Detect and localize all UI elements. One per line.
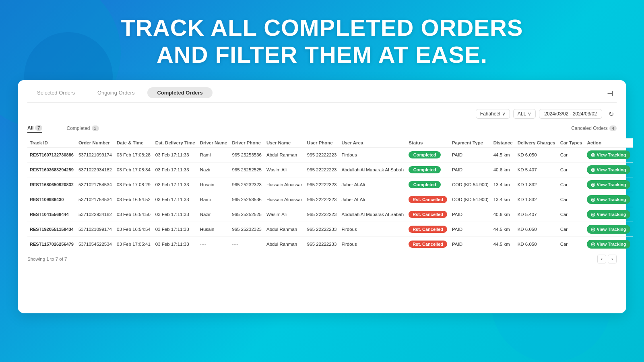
cell-track-id: REST1607132730886 (27, 148, 76, 162)
cell-action: ◎ View Tracking (584, 192, 632, 207)
view-tracking-button[interactable]: ◎ View Tracking (587, 165, 630, 174)
cell-user-phone: 965 22222233 (305, 222, 339, 237)
hero-line1: TRACK ALL COMPLETED ORDERS (121, 14, 523, 41)
cell-delivery-charges: KD 6.050 (515, 222, 558, 237)
cell-status: Completed (406, 148, 450, 162)
cell-car-types: Car (558, 192, 585, 207)
cell-user-name: Wasim Ali (264, 207, 305, 222)
cell-driver-phone: ---- (229, 237, 264, 252)
cell-user-phone: 965 22222323 (305, 192, 339, 207)
cell-user-area: Abdullah Al Mubarak Al Sabah (339, 162, 406, 177)
prev-page-button[interactable]: ‹ (597, 255, 606, 263)
cell-order-number: 5371021754534 (76, 192, 114, 207)
cell-date-time: 03 Feb 17:08:28 (114, 148, 153, 162)
cell-status: Rst. Cancelled (406, 207, 450, 222)
cell-action: ◎ View Tracking (584, 207, 632, 222)
cell-payment-type: PAID (450, 148, 491, 162)
col-action: Action (584, 138, 632, 148)
cell-date-time: 03 Feb 17:05:41 (114, 237, 153, 252)
tab-completed-orders[interactable]: Completed Orders (147, 87, 212, 98)
date-range-filter[interactable]: 2024/03/02 - 2024/03/02 (539, 109, 602, 119)
pagination: ‹ › (597, 255, 617, 263)
sub-tab-canceled[interactable]: Canceled Orders 4 (571, 124, 617, 133)
cell-distance: 13.4 km (491, 177, 515, 192)
col-status: Status (406, 138, 450, 148)
table-row: REST1603683294259 5371022934182 03 Feb 1… (27, 162, 633, 177)
cell-driver-phone: 965 25253536 (229, 148, 264, 162)
cell-driver-name: Rami (198, 148, 230, 162)
cell-status: Rst. Cancelled (406, 222, 450, 237)
eye-icon: ◎ (591, 167, 595, 173)
cell-user-phone: 965 22222233 (305, 237, 339, 252)
sub-tab-completed-label: Completed (66, 125, 90, 131)
cell-track-id: REST1603683294259 (27, 162, 76, 177)
cell-order-number: 5371022934182 (76, 162, 114, 177)
cell-user-name: Abdul Rahman (264, 237, 305, 252)
area-filter-label: Fahaheel (480, 111, 500, 117)
tab-ongoing-orders[interactable]: Ongoing Orders (88, 87, 144, 98)
cell-order-number: 5371022934182 (76, 207, 114, 222)
type-chevron-icon: ∨ (528, 111, 531, 117)
view-tracking-button[interactable]: ◎ View Tracking (587, 225, 630, 234)
view-tracking-label: View Tracking (597, 242, 626, 247)
cell-user-area: Jaber Al-Ali (339, 177, 406, 192)
view-tracking-label: View Tracking (597, 167, 626, 172)
cell-order-number: 5371021099174 (76, 222, 114, 237)
cell-order-number: 5371054522534 (76, 237, 114, 252)
type-filter-label: ALL (518, 111, 526, 117)
col-user-area: User Area (339, 138, 406, 148)
cell-status: Rst. Cancelled (406, 192, 450, 207)
cell-status: Rst. Cancelled (406, 237, 450, 252)
cell-user-phone: 965 22222223 (305, 148, 339, 162)
cell-date-time: 03 Feb 16:54:54 (114, 222, 153, 237)
view-tracking-button[interactable]: ◎ View Tracking (587, 195, 630, 204)
cell-user-name: Abdul Rahman (264, 222, 305, 237)
eye-icon: ◎ (591, 197, 595, 202)
logout-icon[interactable]: ⊣ (604, 87, 617, 100)
view-tracking-button[interactable]: ◎ View Tracking (587, 240, 630, 249)
table-footer: Showing 1 to 7 of 7 ‹ › (27, 255, 617, 263)
cell-order-number: 5371021754534 (76, 177, 114, 192)
cell-est-delivery: 03 Feb 17:11:33 (153, 192, 198, 207)
next-page-button[interactable]: › (608, 255, 617, 263)
sub-tab-completed[interactable]: Completed 3 (66, 124, 99, 133)
cell-driver-phone: 965 25232323 (229, 222, 264, 237)
cell-delivery-charges: KD 5.407 (515, 207, 558, 222)
hero-section: TRACK ALL COMPLETED ORDERS AND FILTER TH… (0, 0, 644, 76)
cell-date-time: 03 Feb 16:54:50 (114, 207, 153, 222)
view-tracking-button[interactable]: ◎ View Tracking (587, 150, 630, 159)
table-row: REST109936430 5371021754534 03 Feb 16:54… (27, 192, 633, 207)
view-tracking-label: View Tracking (597, 197, 626, 202)
view-tracking-button[interactable]: ◎ View Tracking (587, 210, 630, 219)
col-payment-type: Payment Type (450, 138, 491, 148)
refresh-button[interactable]: ↻ (605, 108, 617, 119)
tab-selected-orders[interactable]: Selected Orders (27, 87, 85, 98)
cell-est-delivery: 03 Feb 17:11:33 (153, 162, 198, 177)
cell-est-delivery: 03 Feb 17:11:33 (153, 237, 198, 252)
table-header-row: Track ID Order Number Date & Time Est. D… (27, 138, 633, 148)
cell-driver-name: Husain (198, 222, 230, 237)
cell-driver-phone: 965 25252525 (229, 162, 264, 177)
view-tracking-button[interactable]: ◎ View Tracking (587, 180, 630, 189)
col-driver-phone: Driver Phone (229, 138, 264, 148)
hero-line2: AND FILTER THEM AT EASE. (157, 41, 487, 68)
area-filter[interactable]: Fahaheel ∨ (476, 109, 510, 119)
cell-distance: 44.5 km (491, 222, 515, 237)
eye-icon: ◎ (591, 241, 595, 247)
table-row: REST1680650920832 5371021754534 03 Feb 1… (27, 177, 633, 192)
sub-tab-completed-count: 3 (92, 125, 99, 131)
cell-user-area: Abdullah Al Mubarak Al Sabah (339, 207, 406, 222)
cell-date-time: 03 Feb 16:54:52 (114, 192, 153, 207)
col-car-types: Car Types (558, 138, 585, 148)
type-filter[interactable]: ALL ∨ (513, 109, 536, 119)
cell-delivery-charges: KD 5.407 (515, 162, 558, 177)
cell-delivery-charges: KD 1.832 (515, 192, 558, 207)
cell-distance: 40.6 km (491, 207, 515, 222)
col-user-phone: User Phone (305, 138, 339, 148)
cell-delivery-charges: KD 1.832 (515, 177, 558, 192)
sub-tab-all[interactable]: All 7 (27, 123, 42, 133)
cell-date-time: 03 Feb 17:08:34 (114, 162, 153, 177)
eye-icon: ◎ (591, 152, 595, 158)
showing-text: Showing 1 to 7 of 7 (27, 257, 67, 261)
cell-delivery-charges: KD 6.050 (515, 148, 558, 162)
